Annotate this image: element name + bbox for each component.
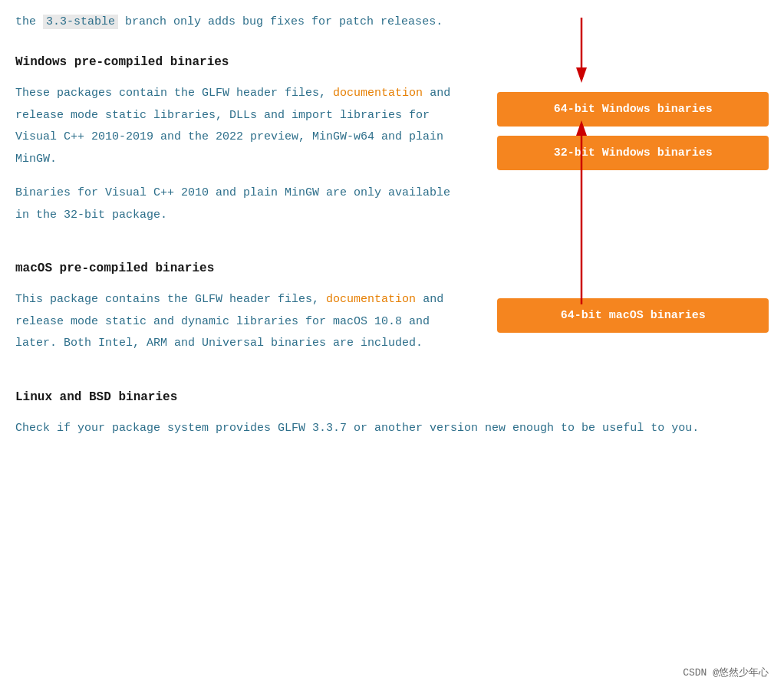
windows-buttons-area: 64-bit Windows binaries 32-bit Windows b… [497, 83, 769, 170]
intro-code-highlight: 3.3-stable [43, 15, 118, 29]
windows-content-area: These packages contain the GLFW header f… [15, 83, 769, 238]
macos-text-block: This package contains the GLFW header fi… [15, 289, 453, 367]
intro-paragraph: the 3.3-stable branch only adds bug fixe… [15, 12, 769, 32]
macos-heading: macOS pre-compiled binaries [15, 261, 769, 275]
windows-paragraph-1: These packages contain the GLFW header f… [15, 83, 453, 170]
linux-paragraph-1: Check if your package system provides GL… [15, 418, 769, 440]
linux-section: Linux and BSD binaries Check if your pac… [15, 390, 769, 440]
macos-section: macOS pre-compiled binaries This package… [15, 261, 769, 367]
linux-heading: Linux and BSD binaries [15, 390, 769, 404]
svg-marker-1 [576, 67, 587, 83]
intro-text-after: branch only adds bug fixes for patch rel… [125, 15, 443, 28]
macos-documentation-link[interactable]: documentation [326, 293, 416, 306]
macos-64bit-button[interactable]: 64-bit macOS binaries [497, 298, 769, 333]
main-container: the 3.3-stable branch only adds bug fixe… [15, 8, 769, 439]
windows-heading: Windows pre-compiled binaries [15, 55, 769, 69]
windows-64bit-button[interactable]: 64-bit Windows binaries [497, 92, 769, 127]
windows-documentation-link[interactable]: documentation [333, 87, 423, 100]
macos-buttons-area: 64-bit macOS binaries [497, 289, 769, 333]
macos-paragraph-1: This package contains the GLFW header fi… [15, 289, 453, 355]
windows-paragraph-2: Binaries for Visual C++ 2010 and plain M… [15, 182, 453, 226]
windows-p1-part1: These packages contain the GLFW header f… [15, 87, 333, 100]
intro-text-before: the [15, 15, 36, 28]
windows-32bit-button[interactable]: 32-bit Windows binaries [497, 136, 769, 170]
windows-text-block: These packages contain the GLFW header f… [15, 83, 453, 238]
macos-p1-part1: This package contains the GLFW header fi… [15, 293, 326, 306]
windows-section: Windows pre-compiled binaries These pack… [15, 55, 769, 238]
footer-credit: CSDN @悠然少年心 [683, 666, 769, 679]
macos-content-area: This package contains the GLFW header fi… [15, 289, 769, 367]
